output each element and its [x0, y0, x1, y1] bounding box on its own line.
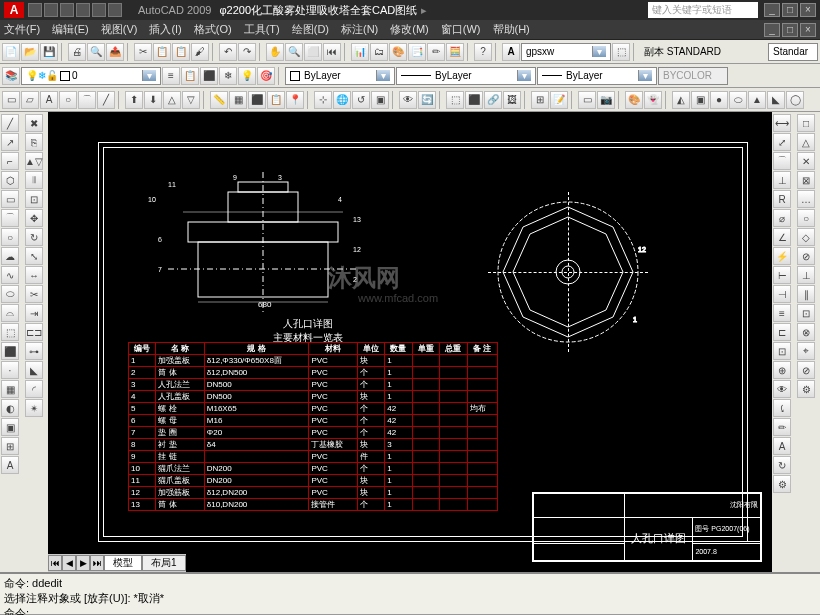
box-icon[interactable]: ▣	[691, 91, 709, 109]
snap-par-icon[interactable]: ∥	[797, 285, 815, 303]
dim-baseline-icon[interactable]: ⊢	[773, 266, 791, 284]
point-tool-icon[interactable]: ·	[1, 361, 19, 379]
3dface-icon[interactable]: ◭	[672, 91, 690, 109]
tab-last-icon[interactable]: ⏭	[90, 555, 104, 571]
ellipse-tool-icon[interactable]: ⬭	[1, 285, 19, 303]
menu-modify[interactable]: 修改(M)	[390, 22, 429, 37]
fillet-tool-icon[interactable]: ◜	[25, 380, 43, 398]
close-button[interactable]: ×	[800, 3, 816, 17]
array-tool-icon[interactable]: ⊡	[25, 190, 43, 208]
ellipse-arc-tool-icon[interactable]: ⌓	[1, 304, 19, 322]
layer-manager-icon[interactable]: 📚	[2, 67, 20, 85]
match-icon[interactable]: 🖌	[191, 43, 209, 61]
snap-int-icon[interactable]: ✕	[797, 152, 815, 170]
center-mark-icon[interactable]: ⊕	[773, 361, 791, 379]
snap-near-icon[interactable]: ⌖	[797, 342, 815, 360]
extend-tool-icon[interactable]: ⇥	[25, 304, 43, 322]
dim-break-icon[interactable]: ⊏	[773, 323, 791, 341]
qat-redo[interactable]	[92, 3, 106, 17]
zoom-window-icon[interactable]: ⬜	[304, 43, 322, 61]
dim-radius-icon[interactable]: R	[773, 190, 791, 208]
area-icon[interactable]: ▦	[229, 91, 247, 109]
explode-tool-icon[interactable]: ✴	[25, 399, 43, 417]
sheet-set-icon[interactable]: 📑	[408, 43, 426, 61]
design-center-icon[interactable]: 🗂	[370, 43, 388, 61]
copy-icon[interactable]: 📋	[153, 43, 171, 61]
stretch-tool-icon[interactable]: ↔	[25, 266, 43, 284]
layer-dropdown[interactable]: 💡❄🔓 0 ▾	[21, 67, 161, 85]
snap-tan-icon[interactable]: ⊘	[797, 247, 815, 265]
tab-layout1[interactable]: 布局1	[142, 555, 186, 571]
insert-block-icon[interactable]: ⬚	[446, 91, 464, 109]
menu-tools[interactable]: 工具(T)	[244, 22, 280, 37]
insert-tool-icon[interactable]: ⬚	[1, 323, 19, 341]
chamfer-tool-icon[interactable]: ◣	[25, 361, 43, 379]
line-icon[interactable]: ╱	[97, 91, 115, 109]
layer-match-icon[interactable]: 🎯	[257, 67, 275, 85]
move-tool-icon[interactable]: ✥	[25, 209, 43, 227]
menu-dimension[interactable]: 标注(N)	[341, 22, 378, 37]
dim-update-icon[interactable]: ↻	[773, 456, 791, 474]
dim-angular-icon[interactable]: ∠	[773, 228, 791, 246]
polyline-icon[interactable]: ▱	[21, 91, 39, 109]
wedge-icon[interactable]: ◣	[767, 91, 785, 109]
revcloud-tool-icon[interactable]: ☁	[1, 247, 19, 265]
3dorbit-icon[interactable]: 🔄	[418, 91, 436, 109]
circle-tool-icon[interactable]: ○	[1, 228, 19, 246]
dim-arc-icon[interactable]: ⌒	[773, 152, 791, 170]
save-icon[interactable]: 💾	[40, 43, 58, 61]
doc-restore[interactable]: □	[782, 23, 798, 37]
region-tool-icon[interactable]: ▣	[1, 418, 19, 436]
menu-help[interactable]: 帮助(H)	[493, 22, 530, 37]
view-icon[interactable]: 👁	[399, 91, 417, 109]
list-icon[interactable]: 📋	[267, 91, 285, 109]
linetype-command-dropdown[interactable]: gpsxw ▾	[521, 43, 611, 61]
layer-state-icon[interactable]: 📋	[181, 67, 199, 85]
app-logo[interactable]: A	[4, 2, 24, 18]
style-btn[interactable]: ⬚	[612, 43, 630, 61]
menu-view[interactable]: 视图(V)	[101, 22, 138, 37]
cut-icon[interactable]: ✂	[134, 43, 152, 61]
dim-aligned-icon[interactable]: ⤢	[773, 133, 791, 151]
preview-icon[interactable]: 🔍	[87, 43, 105, 61]
rotate-tool-icon[interactable]: ↻	[25, 228, 43, 246]
calc-icon[interactable]: 🧮	[446, 43, 464, 61]
undo-icon[interactable]: ↶	[219, 43, 237, 61]
ucs-icon[interactable]: ⊹	[314, 91, 332, 109]
dim-quick-icon[interactable]: ⚡	[773, 247, 791, 265]
arc-icon[interactable]: ⌒	[78, 91, 96, 109]
region-icon[interactable]: ⬛	[248, 91, 266, 109]
id-icon[interactable]: 📍	[286, 91, 304, 109]
minimize-button[interactable]: _	[764, 3, 780, 17]
bring-front-icon[interactable]: ⬆	[125, 91, 143, 109]
dim-continue-icon[interactable]: ⊣	[773, 285, 791, 303]
line-tool-icon[interactable]: ╱	[1, 114, 19, 132]
circle-icon[interactable]: ○	[59, 91, 77, 109]
viewport-icon[interactable]: ▭	[578, 91, 596, 109]
dim-space-icon[interactable]: ≡	[773, 304, 791, 322]
inspect-icon[interactable]: 👁	[773, 380, 791, 398]
sphere-icon[interactable]: ●	[710, 91, 728, 109]
layer-iso-icon[interactable]: ⬛	[200, 67, 218, 85]
mtext-icon[interactable]: A	[40, 91, 58, 109]
snap-cen-icon[interactable]: ○	[797, 209, 815, 227]
publish-icon[interactable]: 📤	[106, 43, 124, 61]
dist-icon[interactable]: 📏	[210, 91, 228, 109]
layer-freeze-icon[interactable]: ❄	[219, 67, 237, 85]
snap-end-icon[interactable]: □	[797, 114, 815, 132]
scale-tool-icon[interactable]: ⤡	[25, 247, 43, 265]
render-icon[interactable]: 🎨	[625, 91, 643, 109]
command-window[interactable]: 命令: ddedit 选择注释对象或 [放弃(U)]: *取消* 命令:	[0, 572, 820, 614]
snap-settings-icon[interactable]: ⚙	[797, 380, 815, 398]
cylinder-icon[interactable]: ⬭	[729, 91, 747, 109]
zoom-prev-icon[interactable]: ⏮	[323, 43, 341, 61]
qat-save[interactable]	[60, 3, 74, 17]
lineweight-dropdown[interactable]: ByLayer ▾	[537, 67, 657, 85]
polyline-tool-icon[interactable]: ⌐	[1, 152, 19, 170]
hide-icon[interactable]: 👻	[644, 91, 662, 109]
qat-new[interactable]	[28, 3, 42, 17]
arc-tool-icon[interactable]: ⌒	[1, 209, 19, 227]
color-dropdown[interactable]: ByLayer ▾	[285, 67, 395, 85]
block-tool-icon[interactable]: ⬛	[1, 342, 19, 360]
make-block-icon[interactable]: ⬛	[465, 91, 483, 109]
